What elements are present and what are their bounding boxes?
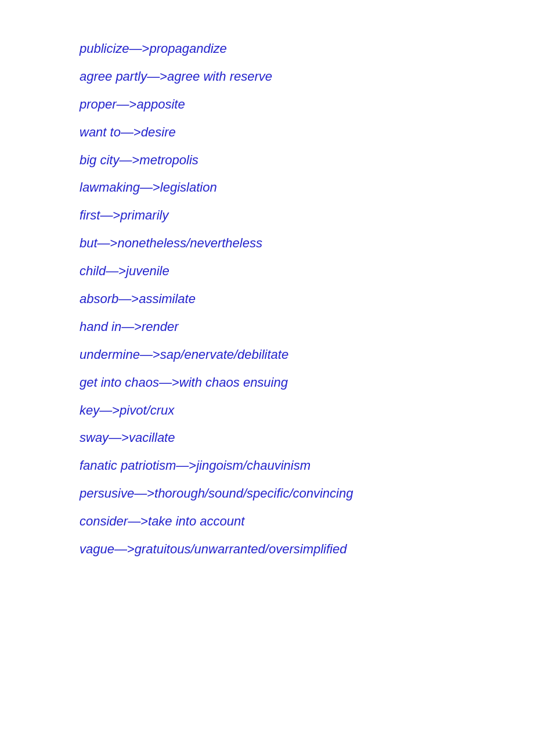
arrow-icon: ―> (106, 264, 126, 278)
word-from: consider (80, 514, 128, 528)
word-to: with chaos ensuing (179, 375, 288, 390)
word-to: jingoism/chauvinism (196, 458, 311, 473)
word-to: thorough/sound/specific/convincing (154, 486, 353, 501)
word-from: big city (80, 153, 119, 167)
arrow-icon: ―> (99, 403, 120, 417)
list-item: key―>pivot/crux (80, 397, 454, 424)
list-item: publicize―>propagandize (80, 35, 454, 63)
word-from: sway (80, 430, 109, 445)
arrow-icon: ―> (118, 291, 139, 306)
arrow-icon: ―> (140, 180, 160, 195)
list-item: lawmaking―>legislation (80, 174, 454, 201)
word-from: but (80, 236, 98, 250)
word-to: agree with reserve (167, 69, 272, 84)
arrow-icon: ―> (176, 458, 196, 473)
list-item: persusive―>thorough/sound/specific/convi… (80, 480, 454, 507)
arrow-icon: ―> (147, 69, 167, 84)
word-to: primarily (120, 208, 168, 222)
arrow-icon: ―> (114, 542, 135, 556)
word-from: agree partly (80, 69, 147, 84)
list-item: child―>juvenile (80, 257, 454, 285)
word-from: fanatic patriotism (80, 458, 176, 473)
list-item: but―>nonetheless/nevertheless (80, 229, 454, 257)
word-from: proper (80, 97, 117, 111)
word-to: desire (141, 125, 176, 139)
word-from: key (80, 403, 99, 417)
word-to: metropolis (139, 153, 198, 167)
word-from: undermine (80, 347, 140, 362)
list-item: vague―>gratuitous/unwarranted/oversimpli… (80, 535, 454, 563)
arrow-icon: ―> (159, 375, 179, 390)
list-item: consider―>take into account (80, 507, 454, 535)
word-from: get into chaos (80, 375, 159, 390)
word-from: hand in (80, 319, 121, 334)
word-to: sap/enervate/debilitate (160, 347, 288, 362)
list-item: first―>primarily (80, 201, 454, 229)
word-to: gratuitous/unwarranted/oversimplified (135, 542, 347, 556)
list-item: agree partly―>agree with reserve (80, 63, 454, 91)
arrow-icon: ―> (98, 236, 118, 250)
word-from: want to (80, 125, 121, 139)
word-to: propagandize (149, 41, 226, 56)
word-from: lawmaking (80, 180, 140, 195)
list-item: get into chaos―>with chaos ensuing (80, 369, 454, 397)
list-item: proper―>apposite (80, 91, 454, 118)
list-item: absorb―>assimilate (80, 285, 454, 313)
word-to: apposite (136, 97, 185, 111)
arrow-icon: ―> (140, 347, 160, 362)
word-to: assimilate (139, 291, 196, 306)
word-list: publicize―>propagandizeagree partly―>agr… (80, 35, 454, 563)
arrow-icon: ―> (109, 430, 129, 445)
arrow-icon: ―> (119, 153, 139, 167)
word-to: vacillate (129, 430, 175, 445)
word-to: legislation (160, 180, 217, 195)
word-to: nonetheless/nevertheless (117, 236, 262, 250)
arrow-icon: ―> (134, 486, 154, 501)
word-to: juvenile (126, 264, 169, 278)
arrow-icon: ―> (121, 319, 142, 334)
list-item: big city―>metropolis (80, 146, 454, 174)
word-from: child (80, 264, 106, 278)
word-to: take into account (148, 514, 244, 528)
list-item: hand in―>render (80, 313, 454, 341)
list-item: fanatic patriotism―>jingoism/chauvinism (80, 452, 454, 480)
arrow-icon: ―> (117, 97, 137, 111)
list-item: undermine―>sap/enervate/debilitate (80, 341, 454, 369)
word-from: first (80, 208, 100, 222)
arrow-icon: ―> (129, 41, 150, 56)
list-item: sway―>vacillate (80, 424, 454, 452)
list-item: want to―>desire (80, 118, 454, 146)
word-from: persusive (80, 486, 134, 501)
word-from: absorb (80, 291, 118, 306)
word-from: vague (80, 542, 114, 556)
word-to: pivot/crux (120, 403, 174, 417)
arrow-icon: ―> (100, 208, 120, 222)
word-to: render (142, 319, 179, 334)
arrow-icon: ―> (121, 125, 141, 139)
word-from: publicize (80, 41, 129, 56)
arrow-icon: ―> (128, 514, 148, 528)
